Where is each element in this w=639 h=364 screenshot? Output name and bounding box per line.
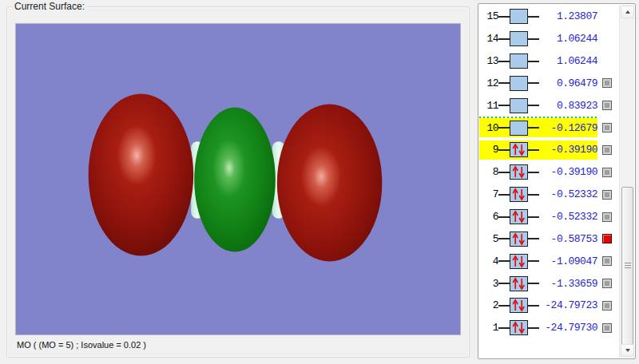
mo-row[interactable]: 6 -0.52332 xyxy=(479,206,615,228)
mo-visible-checkbox[interactable] xyxy=(602,279,612,288)
level-line-right xyxy=(528,194,539,196)
mo-row[interactable]: 13 1.06244 xyxy=(479,50,615,73)
mo-row-main[interactable]: 11 0.83923 xyxy=(479,96,597,115)
mo-visible-checkbox[interactable] xyxy=(602,190,612,200)
mo-visible-checkbox[interactable] xyxy=(602,145,612,155)
level-line-left xyxy=(498,82,510,84)
arrow-down-icon xyxy=(625,349,630,352)
mo-visible-checkbox[interactable] xyxy=(602,101,612,110)
spin-pair-arrows-icon xyxy=(510,321,527,334)
orbital-occupancy-box xyxy=(510,76,528,91)
mo-row-main[interactable]: 6 -0.52332 xyxy=(479,208,597,227)
level-line-left xyxy=(498,260,510,262)
mo-row[interactable]: 12 0.96479 xyxy=(479,73,615,95)
mo-energy-value: -0.52332 xyxy=(539,211,597,223)
level-line-left xyxy=(498,305,510,307)
mo-visible-checkbox[interactable] xyxy=(602,256,612,266)
mo-visible-checkbox[interactable] xyxy=(602,78,612,88)
mo-row[interactable]: 2 -24.79723 xyxy=(479,295,615,317)
spin-pair-arrows-icon xyxy=(510,277,527,291)
mo-visible-checkbox[interactable] xyxy=(602,234,612,243)
mo-row[interactable]: 9 -0.39190 xyxy=(479,139,615,161)
orbital-viewport[interactable] xyxy=(15,23,461,335)
orbital-occupancy-box xyxy=(510,209,528,224)
mo-number: 8 xyxy=(480,166,498,178)
mo-list-rows: 15 1.23807 14 1.06244 13 xyxy=(479,6,615,339)
orbital-surface-render xyxy=(16,24,460,334)
mo-row-main[interactable]: 4 -1.09047 xyxy=(479,251,597,271)
mo-visible-checkbox[interactable] xyxy=(602,323,612,333)
level-line-left xyxy=(498,194,510,196)
orbital-occupancy-box xyxy=(510,31,528,46)
mo-energy-value: 0.83923 xyxy=(539,100,597,112)
mo-row[interactable]: 10 -0.12679 xyxy=(479,117,615,139)
mo-energy-list-panel: 15 1.23807 14 1.06244 13 xyxy=(478,3,636,359)
mo-row-main[interactable]: 3 -1.33659 xyxy=(479,274,597,293)
level-line-left xyxy=(498,283,510,284)
level-line-right xyxy=(528,238,539,239)
spin-pair-arrows-icon xyxy=(510,188,527,201)
level-line-right xyxy=(528,327,539,329)
level-line-right xyxy=(528,216,539,218)
mo-row[interactable]: 8 -0.39190 xyxy=(479,161,615,184)
current-surface-label: Current Surface: xyxy=(12,1,87,12)
level-line-left xyxy=(498,238,510,239)
level-line-right xyxy=(528,305,539,307)
mo-row[interactable]: 14 1.06244 xyxy=(479,28,615,50)
mo-energy-value: -0.58753 xyxy=(539,233,597,245)
level-line-right xyxy=(528,149,539,151)
mo-visible-checkbox[interactable] xyxy=(602,301,612,311)
mo-row-main[interactable]: 9 -0.39190 xyxy=(479,140,597,160)
level-line-left xyxy=(498,61,510,62)
mo-number: 11 xyxy=(480,100,498,112)
mo-number: 3 xyxy=(480,278,498,290)
spin-pair-arrows-icon xyxy=(510,165,527,179)
mo-list-scrollbar[interactable] xyxy=(619,5,634,358)
arrow-up-icon xyxy=(625,10,630,14)
scroll-down-button[interactable] xyxy=(621,344,634,357)
mo-row[interactable]: 5 -0.58753 xyxy=(479,228,615,250)
mo-row[interactable]: 7 -0.52332 xyxy=(479,184,615,206)
scroll-up-button[interactable] xyxy=(621,6,634,18)
orbital-occupancy-box xyxy=(510,320,528,335)
mo-row-main[interactable]: 15 1.23807 xyxy=(479,7,597,26)
mo-row[interactable]: 3 -1.33659 xyxy=(479,272,615,295)
mo-number: 15 xyxy=(480,10,498,22)
scrollbar-thumb[interactable] xyxy=(621,187,633,345)
level-line-right xyxy=(528,16,539,18)
mo-number: 1 xyxy=(480,322,498,334)
mo-row-main[interactable]: 10 -0.12679 xyxy=(479,118,597,137)
mo-energy-value: 1.06244 xyxy=(539,55,597,67)
spin-pair-arrows-icon xyxy=(510,210,527,224)
orbital-occupancy-box xyxy=(510,231,528,247)
mo-row[interactable]: 4 -1.09047 xyxy=(479,250,615,272)
mo-energy-value: -0.39190 xyxy=(539,166,597,178)
mo-row-main[interactable]: 5 -0.58753 xyxy=(479,229,597,248)
mo-row-main[interactable]: 8 -0.39190 xyxy=(479,163,597,182)
level-line-left xyxy=(498,105,510,106)
orbital-occupancy-box xyxy=(510,298,528,313)
mo-visible-checkbox[interactable] xyxy=(602,168,612,177)
mo-energy-value: -1.33659 xyxy=(539,278,597,290)
level-line-right xyxy=(528,38,539,40)
mo-row-main[interactable]: 12 0.96479 xyxy=(479,73,597,93)
mo-visible-checkbox[interactable] xyxy=(602,123,612,133)
mo-row-main[interactable]: 1 -24.79730 xyxy=(479,318,597,338)
surface-description-label: MO ( (MO = 5) ; Isovalue = 0.02 ) xyxy=(17,340,146,350)
mo-number: 12 xyxy=(480,77,498,89)
mo-number: 13 xyxy=(480,55,498,67)
mo-row[interactable]: 1 -24.79730 xyxy=(479,317,615,339)
orbital-occupancy-box xyxy=(510,98,528,113)
mo-visible-checkbox[interactable] xyxy=(602,212,612,222)
mo-energy-value: -0.52332 xyxy=(539,188,597,200)
mo-row-main[interactable]: 13 1.06244 xyxy=(479,52,597,71)
mo-row-main[interactable]: 2 -24.79723 xyxy=(479,296,597,315)
spin-pair-arrows-icon xyxy=(510,232,527,246)
mo-row-main[interactable]: 7 -0.52332 xyxy=(479,185,597,204)
mo-row-main[interactable]: 14 1.06244 xyxy=(479,30,597,49)
level-line-right xyxy=(528,260,539,262)
level-line-left xyxy=(498,327,510,329)
orbital-occupancy-box xyxy=(510,164,528,180)
mo-row[interactable]: 11 0.83923 xyxy=(479,94,615,117)
mo-row[interactable]: 15 1.23807 xyxy=(479,6,615,28)
